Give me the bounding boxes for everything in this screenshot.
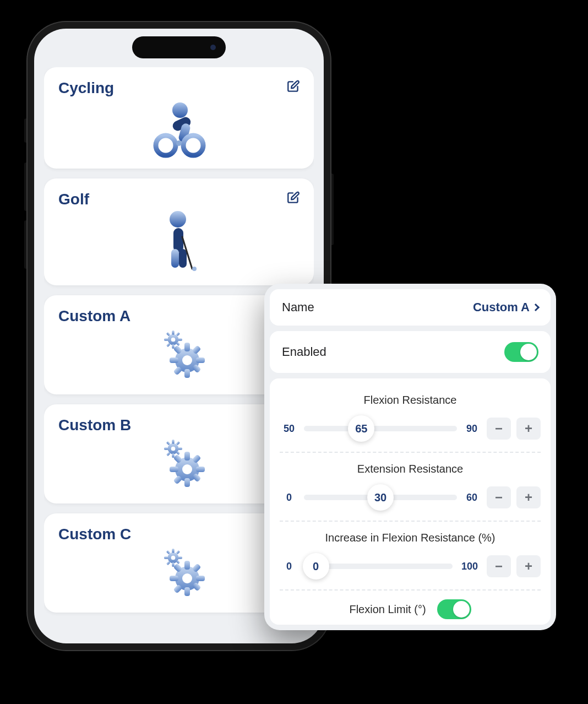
- decrement-button[interactable]: −: [487, 486, 511, 508]
- phone-power-button: [330, 174, 334, 245]
- svg-rect-7: [173, 228, 183, 252]
- slider-extension-resistance: Extension Resistance 0 30 60 − +: [280, 453, 541, 522]
- svg-rect-23: [184, 343, 190, 351]
- slider-title: Increase in Flexion Resistance (%): [280, 532, 541, 544]
- svg-rect-56: [178, 556, 182, 559]
- svg-point-51: [182, 464, 192, 474]
- name-value[interactable]: Custom A: [473, 300, 538, 315]
- activity-title: Custom A: [58, 307, 300, 325]
- svg-rect-54: [172, 562, 174, 567]
- activity-title: Custom B: [58, 416, 300, 434]
- svg-rect-64: [184, 587, 190, 596]
- flexion-limit-row: Flexion Limit (°): [280, 591, 541, 622]
- dynamic-island: [132, 36, 226, 58]
- svg-rect-9: [179, 249, 187, 268]
- svg-rect-63: [184, 561, 190, 570]
- svg-rect-44: [184, 478, 190, 487]
- edit-icon[interactable]: [286, 191, 301, 207]
- slider-track[interactable]: 30: [304, 495, 457, 500]
- svg-rect-43: [184, 452, 190, 461]
- svg-point-21: [171, 338, 176, 342]
- svg-rect-15: [164, 338, 168, 340]
- slider-increase-flexion: Increase in Flexion Resistance (%) 0 0 1…: [280, 522, 541, 591]
- svg-rect-36: [178, 447, 182, 450]
- svg-rect-33: [172, 440, 174, 444]
- activity-title: Custom C: [58, 526, 300, 543]
- slider-max: 100: [458, 561, 481, 572]
- sliders-card: Flexion Resistance 50 65 90 − + Extensio…: [270, 378, 551, 625]
- svg-rect-13: [172, 331, 174, 335]
- svg-rect-66: [196, 576, 205, 581]
- slider-max: 90: [462, 423, 481, 435]
- svg-rect-55: [164, 556, 168, 559]
- chevron-right-icon: [532, 304, 540, 311]
- increment-button[interactable]: +: [516, 418, 541, 440]
- svg-rect-8: [171, 249, 179, 268]
- flexion-limit-toggle[interactable]: [437, 599, 471, 619]
- slider-min: 0: [280, 492, 298, 503]
- slider-thumb[interactable]: 0: [303, 553, 329, 580]
- svg-rect-46: [196, 467, 205, 472]
- increment-button[interactable]: +: [516, 555, 541, 577]
- svg-rect-34: [172, 453, 174, 458]
- svg-rect-53: [172, 549, 174, 553]
- name-label: Name: [282, 300, 314, 315]
- gears-icon: [58, 435, 300, 490]
- enabled-row: Enabled: [270, 331, 551, 373]
- svg-rect-26: [196, 358, 205, 363]
- svg-point-6: [170, 211, 186, 228]
- slider-title: Extension Resistance: [280, 463, 541, 475]
- svg-rect-16: [178, 338, 182, 340]
- name-value-text: Custom A: [473, 300, 530, 315]
- slider-thumb[interactable]: 65: [348, 415, 374, 442]
- svg-point-31: [182, 355, 192, 365]
- slider-flexion-resistance: Flexion Resistance 50 65 90 − +: [280, 384, 541, 453]
- decrement-button[interactable]: −: [487, 555, 511, 577]
- name-row[interactable]: Name Custom A: [270, 289, 551, 326]
- svg-point-11: [192, 267, 197, 271]
- enabled-toggle[interactable]: [504, 342, 538, 362]
- gears-icon: [58, 544, 300, 599]
- svg-rect-14: [172, 344, 174, 349]
- slider-track[interactable]: 0: [304, 564, 453, 569]
- svg-point-4: [183, 136, 203, 155]
- enabled-label: Enabled: [282, 345, 326, 359]
- cycling-icon: [58, 98, 300, 159]
- svg-rect-45: [170, 467, 178, 472]
- svg-point-5: [176, 140, 182, 146]
- slider-max: 60: [462, 492, 481, 503]
- flexion-limit-label: Flexion Limit (°): [349, 603, 426, 616]
- slider-track[interactable]: 65: [304, 426, 457, 431]
- svg-rect-25: [170, 358, 178, 363]
- svg-rect-24: [184, 369, 190, 378]
- activity-card-golf[interactable]: Golf: [44, 178, 314, 285]
- activity-title: Golf: [58, 191, 300, 208]
- edit-icon[interactable]: [286, 79, 301, 96]
- activity-title: Cycling: [58, 79, 300, 97]
- svg-point-0: [172, 102, 188, 118]
- svg-point-41: [171, 447, 176, 451]
- gears-icon: [58, 326, 300, 381]
- increment-button[interactable]: +: [516, 486, 541, 508]
- slider-title: Flexion Resistance: [280, 394, 541, 407]
- golf-icon: [58, 209, 300, 275]
- svg-point-71: [182, 573, 192, 583]
- svg-rect-35: [164, 447, 168, 450]
- svg-point-61: [171, 556, 176, 560]
- slider-thumb[interactable]: 30: [367, 484, 394, 511]
- activity-card-cycling[interactable]: Cycling: [44, 67, 314, 169]
- activity-settings-panel: Name Custom A Enabled Flexion Resistance…: [264, 284, 556, 630]
- slider-min: 50: [280, 423, 298, 435]
- slider-min: 0: [280, 561, 298, 572]
- svg-point-3: [156, 136, 176, 155]
- decrement-button[interactable]: −: [487, 418, 511, 440]
- svg-rect-65: [170, 576, 178, 581]
